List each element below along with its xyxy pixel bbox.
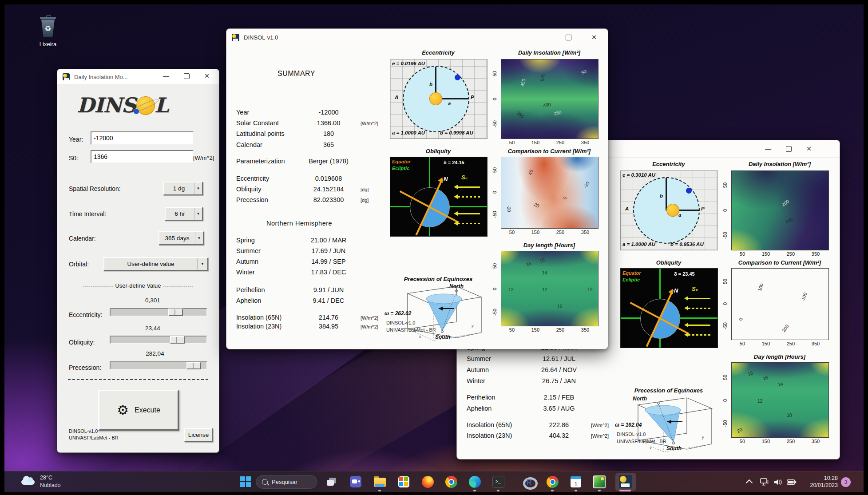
chat-icon [350,476,361,487]
minimize-icon: — [765,145,771,152]
precession-value-label: ω = 262.02 [384,310,411,317]
contour-label: 0 [738,317,744,321]
window-titlebar[interactable]: DINSOL-v1.0 — × [226,29,608,46]
battery-icon[interactable] [787,479,797,485]
r-app-button[interactable]: R [522,475,535,488]
year-input[interactable] [91,131,194,145]
contour-label: 200 [781,323,790,333]
contour-label: 16 [525,260,532,267]
summary-row: Insolation (65N)214.76[W/m^2] [236,314,387,323]
chrome-button[interactable] [445,475,457,488]
summary-row: Spring21.00 / MAR [236,237,387,246]
minimize-button[interactable]: — [532,29,553,46]
footer-line: UNIVASF/LabMet - BR [69,435,119,441]
task-view-button[interactable] [325,475,338,488]
maximize-button[interactable] [558,29,579,46]
summary-value: 17.83 / DEC [301,269,356,276]
slider-thumb[interactable] [170,336,185,344]
calendar-app-button[interactable]: 1 [570,475,582,488]
recycle-bin-shortcut[interactable]: ♻ Lixeira [28,14,68,57]
contour-label: 12 [542,287,547,292]
tray-chevron-up-icon[interactable] [746,479,753,487]
task-view-icon [327,478,337,486]
s0-label: S0: [69,154,78,162]
teams-chat-button[interactable] [349,475,362,488]
notification-badge[interactable]: 3 [841,477,851,487]
summary-label: Insolation (65N) [467,421,512,428]
clock-date: 20/01/2023 [796,482,838,489]
x-axis-ticks: 50150250350 [731,341,828,346]
contour-label: 20 [736,427,743,434]
spatial-resolution-dropdown[interactable]: 1 dg ▼ [163,182,203,195]
semi-major-annotation: a = 1.0000 AU [622,242,655,247]
start-button[interactable] [239,475,252,488]
summary-row: Eccentricity0.019608 [236,175,387,184]
summary-value: 384.95 [301,323,356,330]
taskbar: 28°C Nublado Pesquisar >_ R 1 10:28 20/0… [4,471,864,492]
speaker-icon[interactable] [774,479,783,486]
weather-widget[interactable]: 28°C Nublado [40,474,61,489]
plot-title: Day length [Hours] [501,242,598,249]
solar-constant-label: S₀ [461,174,468,181]
calendar-dropdown[interactable]: 365 days ▼ [159,231,204,245]
maximize-button[interactable] [778,140,799,157]
contour-label: 100 [785,217,793,225]
plot-title: Day length [Hours] [731,353,828,360]
x-tick: 50 [740,341,745,346]
summary-row: Year-12000 [236,109,387,118]
semi-minor-annotation: b = 0.9998 AU [440,130,473,135]
maximize-button[interactable] [176,68,197,83]
close-button[interactable]: × [799,140,819,157]
execute-label: Execute [135,406,160,414]
slider-thumb[interactable] [168,309,183,316]
time-interval-dropdown[interactable]: 6 hr ▼ [165,207,203,221]
firefox-button[interactable] [421,475,434,488]
comparison-plot: 100 0 -100 200 [731,268,829,340]
summary-label: Summer [467,355,491,362]
network-icon[interactable] [760,478,769,486]
minimize-button[interactable]: — [758,140,778,157]
north-label: N [674,287,678,294]
edge-button[interactable] [468,475,481,488]
contour-label: 40 [527,169,534,176]
terminal-button[interactable]: >_ [492,475,504,488]
summary-unit: [dg] [361,198,369,203]
s0-input[interactable] [91,150,194,163]
window-titlebar[interactable]: Daily Insolation Mo... — × [57,69,219,85]
clock-widget[interactable]: 10:28 20/01/2023 [796,475,838,489]
eccentricity-slider[interactable] [110,308,207,317]
search-box[interactable]: Pesquisar [256,475,317,489]
science-app-button[interactable] [593,475,606,488]
x-axis-ticks: 50150250350 [501,230,598,235]
chromium-icon [547,476,559,488]
slider-thumb[interactable] [186,362,201,369]
sunray-arrow-icon [458,196,480,198]
execute-button[interactable]: ⚙ Execute [98,390,179,431]
a-label: a [678,212,681,218]
microsoft-store-button[interactable] [397,475,410,488]
search-label: Pesquisar [272,479,297,485]
x-tick: 50 [509,327,515,333]
dinsol-taskbar-button[interactable] [618,475,633,489]
summary-value: Berger (1978) [301,158,356,165]
precession-slider[interactable] [110,361,207,370]
chromium-app-button[interactable] [546,475,559,488]
close-button[interactable]: × [197,68,217,83]
close-button[interactable]: × [584,29,604,46]
plot-title: Comparison to Current [W/m²] [501,148,598,154]
dinsol-result-window-1: DINSOL-v1.0 — × SUMMARY Year-12000 Solar… [226,28,608,349]
active-running-indicator [619,490,631,491]
summary-heading: SUMMARY [277,70,315,78]
orbital-dropdown[interactable]: User-define value ▼ [103,257,208,271]
y-tick: 50 [722,375,728,380]
plot-title: Precession of Equinoxes [390,276,487,282]
plot-footer: DINSOL-v1.0 UNIVASF/LabMet - BR [386,319,436,333]
minimize-button[interactable]: — [156,68,176,83]
file-explorer-button[interactable] [373,475,386,488]
obliquity-slider[interactable] [110,336,207,344]
summary-value: 26.75 / JAN [531,377,587,384]
license-button[interactable]: License [184,428,213,442]
footer-line: DINSOL-v1.0 [69,428,119,435]
dinsol-gui-window: Daily Insolation Mo... — × DINS L Year: … [57,69,219,453]
plot-title: Daily Insolation [W/m²] [501,49,598,56]
